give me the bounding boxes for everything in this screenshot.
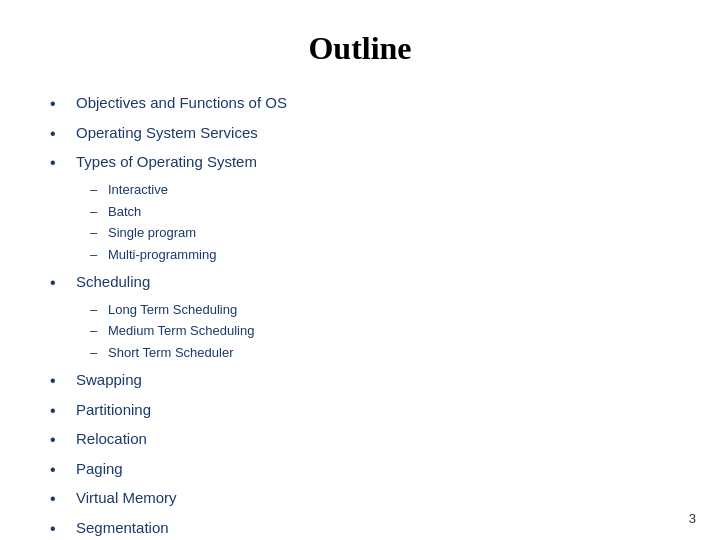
bullet-text: Paging [76,457,123,481]
sub-text: Short Term Scheduler [108,343,234,364]
bullet-text: Objectives and Functions of OS [76,91,287,115]
sub-dash: – [90,223,108,244]
sub-text: Multi-programming [108,245,216,266]
page-number: 3 [689,511,696,526]
content-area: • Objectives and Functions of OS • Opera… [50,91,670,540]
bullet-dot: • [50,368,70,394]
bullet-dot: • [50,486,70,512]
bullet-text: Virtual Memory [76,486,177,510]
list-item: • Scheduling [50,270,670,296]
sub-list-types: – Interactive – Batch – Single program –… [90,180,670,266]
bullet-dot: • [50,150,70,176]
sub-dash: – [90,321,108,342]
list-item: • Paging [50,457,670,483]
sub-text: Long Term Scheduling [108,300,237,321]
bullet-text: Partitioning [76,398,151,422]
list-item: • Operating System Services [50,121,670,147]
sub-dash: – [90,245,108,266]
sub-text: Interactive [108,180,168,201]
list-item: • Virtual Memory [50,486,670,512]
sub-dash: – [90,202,108,223]
list-item: – Interactive [90,180,670,201]
list-item: – Medium Term Scheduling [90,321,670,342]
bullet-text: Swapping [76,368,142,392]
bullet-dot: • [50,270,70,296]
bullet-dot: • [50,91,70,117]
bullet-text: Scheduling [76,270,150,294]
list-item: • Objectives and Functions of OS [50,91,670,117]
list-item: – Batch [90,202,670,223]
bullet-text: Types of Operating System [76,150,257,174]
slide-title: Outline [50,30,670,67]
slide: Outline • Objectives and Functions of OS… [0,0,720,540]
sub-list-scheduling: – Long Term Scheduling – Medium Term Sch… [90,300,670,364]
list-item: – Single program [90,223,670,244]
bullet-dot: • [50,398,70,424]
list-item: – Long Term Scheduling [90,300,670,321]
list-item: • Segmentation [50,516,670,540]
sub-text: Single program [108,223,196,244]
bullet-dot: • [50,121,70,147]
bullet-text: Segmentation [76,516,169,540]
list-item: • Relocation [50,427,670,453]
sub-text: Batch [108,202,141,223]
bullet-text: Relocation [76,427,147,451]
bullet-dot: • [50,427,70,453]
bullet-dot: • [50,516,70,540]
sub-text: Medium Term Scheduling [108,321,254,342]
sub-dash: – [90,180,108,201]
list-item: – Multi-programming [90,245,670,266]
list-item: • Types of Operating System [50,150,670,176]
list-item: – Short Term Scheduler [90,343,670,364]
bullet-text: Operating System Services [76,121,258,145]
bullet-dot: • [50,457,70,483]
sub-dash: – [90,300,108,321]
list-item: • Swapping [50,368,670,394]
sub-dash: – [90,343,108,364]
list-item: • Partitioning [50,398,670,424]
